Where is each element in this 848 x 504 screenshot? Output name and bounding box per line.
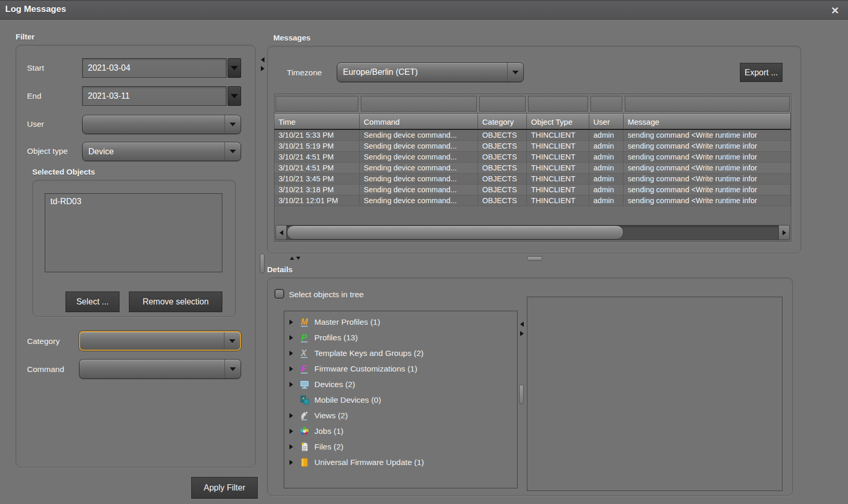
expand-arrow-icon[interactable] <box>289 351 293 356</box>
files-icon <box>299 442 310 452</box>
expand-arrow-icon[interactable] <box>289 444 293 449</box>
column-header-category[interactable]: Category <box>478 114 527 129</box>
tree-item[interactable]: Views (2) <box>284 408 517 423</box>
column-filter-time[interactable] <box>274 94 360 113</box>
column-filter-user[interactable] <box>589 94 624 113</box>
jobs-icon <box>299 426 310 436</box>
user-label: User <box>27 120 44 129</box>
expand-arrow-icon[interactable] <box>289 382 293 387</box>
column-filter-input[interactable] <box>275 96 359 112</box>
vertical-splitter-handle[interactable] <box>260 254 264 273</box>
tree-item[interactable]: Jobs (1) <box>284 423 517 439</box>
column-filter-input[interactable] <box>361 96 477 112</box>
column-filter-message[interactable] <box>624 94 791 113</box>
table-row[interactable]: 3/10/21 3:18 PMSending device command...… <box>274 184 791 195</box>
table-cell-time: 3/10/21 12:01 PM <box>274 195 360 206</box>
column-header-command[interactable]: Command <box>360 114 478 129</box>
expand-arrow-icon[interactable] <box>289 413 293 418</box>
select-objects-in-tree-checkbox[interactable] <box>274 289 284 299</box>
object-type-combobox[interactable]: Device <box>82 142 241 161</box>
start-date-dropdown-button[interactable] <box>228 58 241 78</box>
timezone-combobox[interactable]: Europe/Berlin (CET) <box>337 62 524 82</box>
category-combobox[interactable] <box>79 331 241 351</box>
template-keys-icon: X <box>299 348 310 359</box>
table-cell-object_type: THINCLIENT <box>527 184 589 195</box>
svg-text:X: X <box>300 349 307 357</box>
expand-arrow-icon[interactable] <box>289 320 293 325</box>
end-date-dropdown-button[interactable] <box>228 86 241 106</box>
expand-arrow-icon[interactable] <box>289 460 293 465</box>
object-type-value: Device <box>88 147 114 156</box>
column-filter-object_type[interactable] <box>527 94 589 113</box>
chevron-down-icon[interactable] <box>507 63 523 82</box>
tree-item[interactable]: FFirmware Customizations (1) <box>284 361 517 377</box>
table-row[interactable]: 3/10/21 12:01 PMSending device command..… <box>274 195 791 206</box>
table-row[interactable]: 3/10/21 5:33 PMSending device command...… <box>274 130 791 141</box>
collapse-left-icon[interactable] <box>520 322 524 327</box>
table-row[interactable]: 3/10/21 4:51 PMSending device command...… <box>274 152 791 163</box>
chevron-down-icon[interactable] <box>224 360 241 378</box>
tree-item[interactable]: MMaster Profiles (1) <box>284 314 517 330</box>
remove-selection-button[interactable]: Remove selection <box>129 291 222 312</box>
column-filter-input[interactable] <box>528 96 588 112</box>
scrollbar-thumb[interactable] <box>287 226 624 240</box>
column-header-user[interactable]: User <box>589 114 624 129</box>
chevron-down-icon[interactable] <box>224 115 241 134</box>
apply-filter-button[interactable]: Apply Filter <box>191 477 258 499</box>
table-row[interactable]: 3/10/21 4:51 PMSending device command...… <box>274 163 791 174</box>
table-cell-user: admin <box>589 174 624 184</box>
expand-down-icon[interactable] <box>296 257 300 260</box>
column-filter-input[interactable] <box>625 96 790 112</box>
splitter-collapse-icons[interactable] <box>290 257 300 260</box>
tree-item-label: Template Keys and Groups (2) <box>314 349 423 358</box>
start-date-field[interactable]: 2021-03-04 <box>82 58 227 78</box>
column-filter-category[interactable] <box>478 94 527 113</box>
horizontal-scrollbar[interactable] <box>275 225 790 240</box>
master-profiles-icon: M <box>299 317 310 327</box>
column-header-object_type[interactable]: Object Type <box>527 114 589 129</box>
chevron-down-icon[interactable] <box>224 332 240 350</box>
svg-text:M: M <box>301 317 308 326</box>
command-combobox[interactable] <box>79 359 241 379</box>
tree-item[interactable]: PProfiles (13) <box>284 330 517 346</box>
select-button[interactable]: Select ... <box>65 291 120 312</box>
tree-item[interactable]: Devices (2) <box>284 377 517 392</box>
tree-item[interactable]: Universal Firmware Update (1) <box>284 455 517 470</box>
title-bar[interactable]: Log Messages × <box>0 0 848 20</box>
table-cell-message: sending command <Write runtime infor <box>624 174 791 184</box>
expand-arrow-icon[interactable] <box>289 335 293 340</box>
selected-objects-section-label: Selected Objects <box>32 167 95 176</box>
column-filter-input[interactable] <box>590 96 622 112</box>
user-combobox[interactable] <box>82 115 241 134</box>
export-button[interactable]: Export ... <box>740 63 783 82</box>
table-cell-command: Sending device command... <box>360 195 478 206</box>
column-filter-command[interactable] <box>360 94 478 113</box>
collapse-up-icon[interactable] <box>290 257 294 260</box>
universal-firmware-update-icon <box>299 457 310 468</box>
column-filter-input[interactable] <box>479 96 526 112</box>
tree-item[interactable]: XTemplate Keys and Groups (2) <box>284 346 517 361</box>
column-header-time[interactable]: Time <box>274 114 360 129</box>
tree-item[interactable]: Files (2) <box>284 439 517 455</box>
expand-arrow-icon[interactable] <box>289 429 293 434</box>
expand-right-icon[interactable] <box>261 66 264 71</box>
expand-right-icon[interactable] <box>520 331 524 336</box>
messages-table: TimeCommandCategoryObject TypeUserMessag… <box>274 94 791 242</box>
table-row[interactable]: 3/10/21 3:45 PMSending device command...… <box>274 174 791 184</box>
horizontal-splitter-handle[interactable] <box>527 256 542 261</box>
close-icon[interactable]: × <box>831 3 839 18</box>
chevron-down-icon[interactable] <box>224 142 241 161</box>
list-item[interactable]: td-RD03 <box>50 197 82 206</box>
column-header-message[interactable]: Message <box>624 114 791 129</box>
expand-arrow-icon[interactable] <box>289 366 293 372</box>
scroll-right-icon[interactable] <box>778 226 789 240</box>
end-date-field[interactable]: 2021-03-11 <box>82 86 227 106</box>
selected-objects-list[interactable]: td-RD03 <box>45 193 222 272</box>
details-splitter-handle[interactable] <box>519 384 524 404</box>
devices-icon <box>299 379 310 390</box>
tree-item[interactable]: Mobile Devices (0) <box>284 392 517 408</box>
collapse-left-icon[interactable] <box>261 57 264 62</box>
details-text-area[interactable] <box>527 297 783 491</box>
scroll-left-icon[interactable] <box>276 226 287 240</box>
table-row[interactable]: 3/10/21 5:19 PMSending device command...… <box>274 141 791 152</box>
